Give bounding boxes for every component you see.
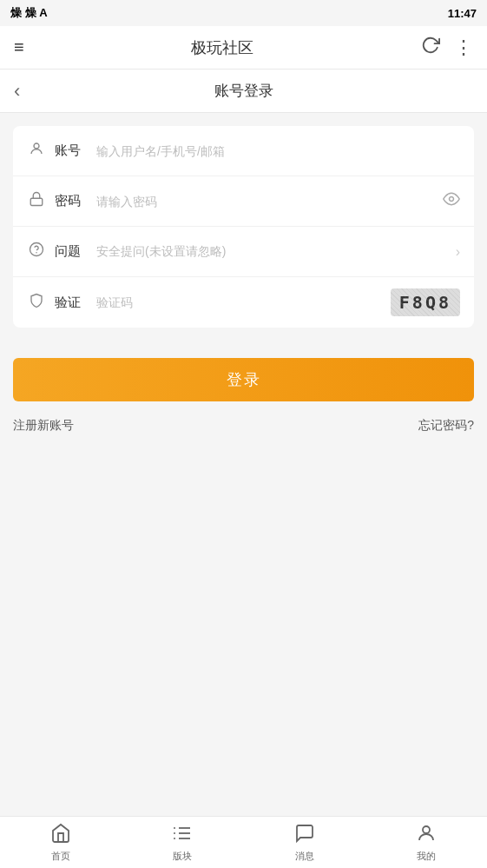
account-label: 账号 bbox=[55, 142, 86, 159]
tab-sections[interactable]: 版块 bbox=[122, 823, 243, 863]
question-value: 安全提问(未设置请忽略) bbox=[96, 244, 456, 260]
account-row: 账号 bbox=[13, 126, 474, 176]
captcha-image[interactable]: F8Q8 bbox=[391, 288, 460, 316]
tab-profile-label: 我的 bbox=[417, 850, 436, 863]
account-icon bbox=[27, 141, 46, 161]
tab-home[interactable]: 首页 bbox=[0, 823, 122, 863]
message-icon bbox=[294, 823, 315, 847]
spacer bbox=[0, 437, 487, 816]
security-question-row[interactable]: 问题 安全提问(未设置请忽略) › bbox=[13, 227, 474, 277]
lock-icon bbox=[27, 191, 46, 211]
password-input[interactable] bbox=[96, 195, 443, 209]
captcha-row: 验证 F8Q8 bbox=[13, 277, 474, 328]
chevron-right-icon: › bbox=[456, 244, 460, 260]
status-app-icons: 燥 燥 A bbox=[10, 5, 48, 21]
eye-icon[interactable] bbox=[443, 190, 460, 212]
tab-messages[interactable]: 消息 bbox=[244, 823, 365, 863]
forgot-password-link[interactable]: 忘记密码? bbox=[418, 418, 474, 434]
nav-left: ≡ bbox=[14, 37, 24, 57]
more-icon[interactable]: ⋮ bbox=[454, 36, 473, 59]
app-title: 极玩社区 bbox=[191, 37, 253, 58]
tab-messages-label: 消息 bbox=[295, 850, 314, 863]
svg-point-2 bbox=[450, 197, 454, 202]
svg-point-0 bbox=[34, 143, 39, 149]
status-left: 燥 燥 A bbox=[10, 5, 48, 21]
page-title: 账号登录 bbox=[214, 81, 273, 101]
question-icon bbox=[27, 242, 46, 262]
menu-icon[interactable]: ≡ bbox=[14, 37, 24, 57]
tab-profile[interactable]: 我的 bbox=[365, 823, 487, 863]
question-label: 问题 bbox=[55, 243, 86, 260]
login-form-card: 账号 密码 问题 安全提问(未设置请忽略) bbox=[13, 126, 474, 328]
tab-sections-label: 版块 bbox=[173, 850, 192, 863]
nav-right: ⋮ bbox=[421, 36, 473, 59]
shield-icon bbox=[27, 293, 46, 313]
login-button-wrap: 登录 bbox=[13, 358, 474, 401]
page-header: ‹ 账号登录 bbox=[0, 70, 487, 113]
register-link[interactable]: 注册新账号 bbox=[13, 418, 74, 434]
svg-rect-1 bbox=[30, 198, 43, 205]
captcha-label: 验证 bbox=[55, 295, 86, 311]
top-nav: ≡ 极玩社区 ⋮ bbox=[0, 26, 487, 70]
login-button[interactable]: 登录 bbox=[13, 358, 474, 401]
tab-bar: 首页 版块 消息 我的 bbox=[0, 816, 487, 868]
refresh-icon[interactable] bbox=[421, 36, 440, 59]
home-icon bbox=[50, 823, 71, 847]
back-button[interactable]: ‹ bbox=[14, 80, 20, 103]
password-label: 密码 bbox=[55, 193, 86, 209]
user-icon bbox=[416, 823, 437, 847]
links-row: 注册新账号 忘记密码? bbox=[0, 414, 487, 437]
captcha-input[interactable] bbox=[96, 295, 391, 309]
svg-point-11 bbox=[423, 826, 430, 833]
account-input[interactable] bbox=[96, 144, 460, 158]
status-time: 11:47 bbox=[448, 7, 477, 20]
tab-home-label: 首页 bbox=[51, 850, 70, 863]
password-row: 密码 bbox=[13, 176, 474, 227]
status-bar: 燥 燥 A 11:47 bbox=[0, 0, 487, 26]
list-icon bbox=[172, 823, 193, 847]
svg-point-3 bbox=[30, 243, 43, 256]
